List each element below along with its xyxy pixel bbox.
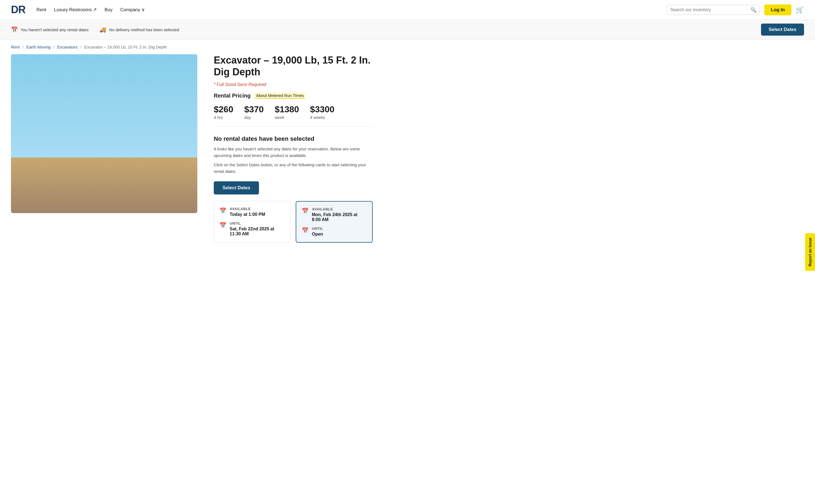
nav-buy[interactable]: Buy xyxy=(105,7,113,13)
product-title: Excavator – 19,000 Lb, 15 Ft. 2 In. Dig … xyxy=(214,54,373,78)
semi-required-text: * Full Sized Semi Required xyxy=(214,82,266,87)
report-issue-tab[interactable]: Report an Issue xyxy=(805,233,815,254)
avail-row-until-2: 📅 Until Open xyxy=(302,227,367,237)
breadcrumb-sep-1: / xyxy=(22,45,24,49)
price-4hrs-period: 4 hrs xyxy=(214,115,233,120)
breadcrumb-current: Excavator – 19,000 Lb, 15 Ft. 2 In. Dig … xyxy=(84,45,167,49)
main-content: Bobcat xyxy=(0,54,384,254)
price-4weeks-period: 4 weeks xyxy=(310,115,334,120)
nav-luxury-restrooms[interactable]: Luxury Restrooms ↗ xyxy=(54,7,97,13)
search-button[interactable]: 🔍 xyxy=(750,7,756,13)
no-dates-section: No rental dates have been selected It lo… xyxy=(214,135,373,175)
calendar-until-icon-2: 📅 xyxy=(302,227,308,234)
price-4hrs-amount: $260 xyxy=(214,104,233,114)
avail-row-until-1: 📅 Until Sat, Feb 22nd 2025 at 11:30 AM xyxy=(219,221,284,236)
price-4hrs: $260 4 hrs xyxy=(214,104,233,120)
breadcrumb-excavators[interactable]: Excavators xyxy=(57,45,78,49)
price-week-period: week xyxy=(274,115,299,120)
logo-r: R xyxy=(18,4,25,16)
login-button[interactable]: Log In xyxy=(764,4,791,15)
no-dates-text-2: Click on the Select Dates button, or any… xyxy=(214,162,373,175)
availability-card-1[interactable]: 📅 Available Today at 1:00 PM 📅 Until Sat… xyxy=(214,201,290,243)
avail-available-value-1: Today at 1:00 PM xyxy=(230,212,265,217)
calendar-until-icon-1: 📅 xyxy=(219,222,226,228)
search-box: 🔍 xyxy=(667,5,760,15)
breadcrumb-sep-3: / xyxy=(80,45,81,49)
breadcrumb-rent[interactable]: Rent xyxy=(11,45,20,49)
price-4weeks-amount: $3300 xyxy=(310,104,334,114)
pricing-grid: $260 4 hrs $370 day $1380 week $3300 4 w… xyxy=(214,104,373,127)
navbar: DR Rent Luxury Restrooms ↗ Buy Company ∨… xyxy=(0,0,815,20)
price-4weeks: $3300 4 weeks xyxy=(310,104,334,120)
select-dates-top-button[interactable]: Select Dates xyxy=(761,24,804,36)
select-dates-main-button[interactable]: Select Dates xyxy=(214,181,259,194)
no-dates-text-1: It looks like you haven't selected any d… xyxy=(214,146,373,159)
site-logo[interactable]: DR xyxy=(11,4,25,16)
rental-pricing-header: Rental Pricing About Metered Run Times xyxy=(214,93,373,99)
metered-run-times-link[interactable]: About Metered Run Times xyxy=(255,93,305,99)
price-day-amount: $370 xyxy=(244,104,264,114)
rental-pricing-label: Rental Pricing xyxy=(214,93,250,99)
breadcrumb: Rent / Earth Moving / Excavators / Excav… xyxy=(0,40,815,54)
price-day-period: day xyxy=(244,115,264,120)
notif-dates: 📅 You haven't selected any rental dates xyxy=(11,26,88,33)
avail-available-label-1: Available xyxy=(230,207,265,211)
avail-until-value-1: Sat, Feb 22nd 2025 at 11:30 AM xyxy=(230,227,284,236)
search-input[interactable] xyxy=(670,7,748,12)
avail-available-value-2: Mon, Feb 24th 2025 at 8:00 AM xyxy=(312,212,367,222)
price-week: $1380 week xyxy=(274,104,299,120)
avail-until-label-1: Until xyxy=(230,221,284,225)
calendar-notif-icon: 📅 xyxy=(11,26,18,33)
semi-required-notice: * Full Sized Semi Required xyxy=(214,82,373,87)
nav-rent[interactable]: Rent xyxy=(36,7,46,13)
logo-d: D xyxy=(11,4,18,16)
notification-bar: 📅 You haven't selected any rental dates … xyxy=(0,20,815,40)
nav-links: Rent Luxury Restrooms ↗ Buy Company ∨ xyxy=(36,7,658,13)
product-details: Excavator – 19,000 Lb, 15 Ft. 2 In. Dig … xyxy=(214,54,373,243)
breadcrumb-sep-2: / xyxy=(53,45,55,49)
delivery-notif-icon: 🚚 xyxy=(99,26,106,33)
avail-available-label-2: Available xyxy=(312,207,367,211)
product-image-container: Bobcat xyxy=(11,54,197,243)
avail-row-available-1: 📅 Available Today at 1:00 PM xyxy=(219,207,284,217)
price-week-amount: $1380 xyxy=(274,104,299,114)
ground-bg xyxy=(11,157,197,213)
breadcrumb-earth-moving[interactable]: Earth Moving xyxy=(26,45,50,49)
avail-until-label-2: Until xyxy=(312,227,323,231)
calendar-icon-2: 📅 xyxy=(302,208,308,214)
price-day: $370 day xyxy=(244,104,264,120)
availability-cards: 📅 Available Today at 1:00 PM 📅 Until Sat… xyxy=(214,201,373,243)
sky-bg xyxy=(11,54,197,165)
product-image: Bobcat xyxy=(11,54,197,213)
nav-company[interactable]: Company ∨ xyxy=(120,7,145,13)
notif-delivery: 🚚 No delivery method has been selected xyxy=(99,26,179,33)
no-dates-title: No rental dates have been selected xyxy=(214,135,373,142)
calendar-icon-1: 📅 xyxy=(219,207,226,214)
cart-icon[interactable]: 🛒 xyxy=(796,6,804,14)
navbar-right: 🔍 Log In 🛒 xyxy=(667,4,804,15)
search-icon: 🔍 xyxy=(750,7,756,13)
notif-dates-text: You haven't selected any rental dates xyxy=(21,27,88,32)
avail-until-value-2: Open xyxy=(312,232,323,237)
availability-card-2[interactable]: 📅 Available Mon, Feb 24th 2025 at 8:00 A… xyxy=(296,201,373,243)
notif-delivery-text: No delivery method has been selected xyxy=(109,27,179,32)
avail-row-available-2: 📅 Available Mon, Feb 24th 2025 at 8:00 A… xyxy=(302,207,367,222)
